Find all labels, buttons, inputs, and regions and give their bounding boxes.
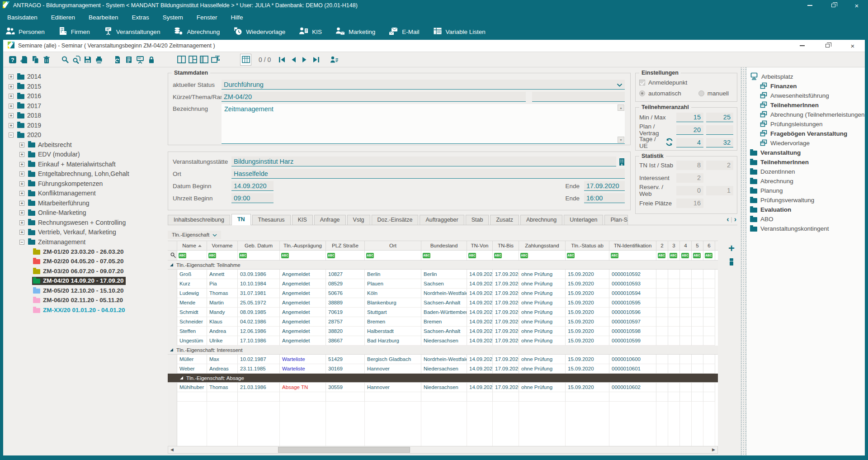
table-row[interactable]: KurzPia10.10.1984Angemeldet08529PlauenSa…: [168, 279, 718, 289]
teilnehmeranzahl-value-2[interactable]: 32: [706, 138, 733, 147]
seminar-board-icon[interactable]: [134, 54, 146, 66]
workspace-item-anwesenheitsf-hrung[interactable]: Anwesenheitsführung: [750, 91, 865, 100]
anmeldepunkt-checkbox[interactable]: [639, 80, 645, 85]
column-header-tn-bis[interactable]: TN-Bis: [493, 241, 519, 250]
toolbar-button-marketing[interactable]: Marketing: [335, 27, 375, 37]
filter-type-icon[interactable]: ABC: [693, 253, 701, 258]
layout-split-left-icon[interactable]: [176, 54, 187, 66]
table-row[interactable]: SchneiderKlaus04.02.1986Angemeldet28757B…: [168, 317, 718, 327]
expand-icon[interactable]: +: [9, 113, 14, 118]
horizontal-scrollbar[interactable]: ◀ ▶: [168, 446, 718, 454]
datum-ende-input[interactable]: 17.09.2020: [584, 181, 625, 191]
filter-type-icon[interactable]: ABC: [281, 253, 289, 258]
tab-thesaurus[interactable]: Thesaurus: [252, 215, 291, 225]
tree-item[interactable]: −Zeitmanagement: [6, 237, 164, 247]
toolbar-button-personen[interactable]: Personen: [5, 27, 45, 37]
tab-inhaltsbeschreibung[interactable]: Inhaltsbeschreibung: [168, 215, 230, 225]
menu-item-system[interactable]: System: [163, 14, 183, 21]
toolbar-button-variable-listen[interactable]: Variable Listen: [433, 27, 486, 37]
tab-scroll-right-icon[interactable]: ›: [734, 215, 736, 223]
filter-type-icon[interactable]: ABC: [179, 253, 186, 258]
workspace-item-finanzen[interactable]: Finanzen: [750, 81, 865, 91]
column-header-geb-datum[interactable]: Geb. Datum: [238, 241, 280, 250]
workspace-item-planung[interactable]: Planung: [750, 186, 865, 195]
collapse-triangle-icon[interactable]: [170, 263, 173, 266]
close-icon[interactable]: ×: [848, 42, 858, 49]
table-row[interactable]: SchmidtMandy08.09.1985Angemeldet70619Stu…: [168, 308, 718, 317]
new-record-icon[interactable]: [18, 54, 29, 66]
expand-icon[interactable]: +: [19, 181, 24, 186]
scroll-left-icon[interactable]: ◀: [168, 446, 176, 453]
workspace-item-abo[interactable]: ABO: [750, 214, 865, 224]
filter-type-icon[interactable]: ABC: [208, 253, 216, 258]
tree-item[interactable]: +Mitarbeiterführung: [6, 199, 164, 209]
search-records-icon[interactable]: [71, 54, 82, 66]
filter-type-icon[interactable]: ABC: [366, 253, 374, 258]
filter-type-icon[interactable]: ABC: [239, 253, 247, 258]
workspace-item-veranstaltungskontingent[interactable]: Veranstaltungskontingent: [750, 224, 865, 233]
table-row[interactable]: MühlhuberThomas21.03.1986Absage TN30559H…: [168, 383, 718, 392]
filter-cell[interactable]: ABC: [280, 251, 326, 260]
toolbar-button-veranstaltungen[interactable]: Veranstaltungen: [104, 27, 160, 37]
column-header-4[interactable]: 4: [680, 241, 692, 250]
menu-item-editieren[interactable]: Editieren: [51, 14, 75, 21]
filter-cell[interactable]: ABC: [421, 251, 467, 260]
filter-cell[interactable]: ABC: [609, 251, 656, 260]
tree-item[interactable]: ZM-01/20 23.03.20 - 26.03.20: [6, 247, 164, 257]
close-icon[interactable]: ×: [852, 2, 862, 9]
nav-prev-icon[interactable]: [288, 54, 299, 66]
list-view-icon[interactable]: [123, 54, 134, 66]
collapse-icon[interactable]: −: [9, 133, 14, 138]
expand-icon[interactable]: +: [19, 191, 24, 196]
workspace-item-abrechnung-teilnehmerleistungen-[interactable]: Abrechnung (Teilnehmerleistungen): [750, 110, 865, 119]
tree-item[interactable]: +Rechnungswesen + Controlling: [6, 218, 164, 228]
refresh-record-icon[interactable]: [112, 54, 123, 66]
tab-auftraggeber[interactable]: Auftraggeber: [420, 215, 464, 225]
workspace-item-dozentinnen[interactable]: DozentInnen: [750, 167, 865, 176]
filter-type-icon[interactable]: ABC: [567, 253, 575, 258]
tab-unterlagen[interactable]: Unterlagen: [564, 215, 603, 225]
column-header-plz-stra-e[interactable]: PLZ Straße: [326, 241, 365, 250]
workspace-item-pr-fungsverwaltung[interactable]: Prüfungsverwaltung: [750, 195, 865, 205]
expand-icon[interactable]: +: [19, 152, 24, 157]
toolbar-button-firmen[interactable]: Firmen: [58, 27, 90, 37]
tree-item[interactable]: +2016: [6, 91, 164, 101]
filter-type-icon[interactable]: ABC: [611, 253, 618, 258]
filter-cell[interactable]: ABC: [656, 251, 668, 260]
filter-type-icon[interactable]: ABC: [468, 253, 476, 258]
workspace-item-teilnehmerinnen[interactable]: TeilnehmerInnen: [750, 157, 865, 167]
column-header-tln-auspr-gung[interactable]: Tln.-Ausprägung: [280, 241, 326, 250]
tab-tn[interactable]: TN: [231, 214, 251, 225]
layout-form-grid-icon[interactable]: [187, 54, 198, 66]
tree-item[interactable]: +Konfliktmanagement: [6, 189, 164, 199]
column-header-zahlungsstand[interactable]: Zahlungsstand: [519, 241, 566, 250]
filter-type-icon[interactable]: ABC: [327, 253, 335, 258]
nav-next-icon[interactable]: [299, 54, 310, 66]
scroll-up-icon[interactable]: ▲: [618, 104, 624, 111]
column-header-name[interactable]: Name: [177, 241, 207, 250]
workspace-item-wiedervorlage[interactable]: Wiedervorlage: [750, 138, 865, 148]
workspace-item-frageb-gen-veranstaltung[interactable]: Fragebögen Veranstaltung: [750, 129, 865, 138]
filter-cell[interactable]: ABC: [680, 251, 692, 260]
automatisch-radio[interactable]: [639, 90, 645, 96]
collapse-triangle-icon[interactable]: [170, 348, 173, 351]
teilnehmeranzahl-value-1[interactable]: 4: [676, 138, 703, 147]
workspace-item-arbeitsplatz[interactable]: Arbeitsplatz: [750, 72, 865, 81]
tab-doz-eins-tze[interactable]: Doz.-Einsätze: [372, 215, 419, 225]
clear-filter-icon[interactable]: [728, 258, 735, 268]
kuerzel-input[interactable]: ZM-04/20: [222, 92, 526, 102]
expand-icon[interactable]: +: [19, 230, 24, 235]
tree-item[interactable]: ZM-04/20 14.09.20 - 17.09.20: [6, 276, 164, 286]
help-icon[interactable]: ?: [7, 54, 18, 66]
tree-item[interactable]: −2020: [6, 130, 164, 140]
status-select[interactable]: Durchführung: [222, 80, 625, 90]
menu-item-fenster[interactable]: Fenster: [197, 14, 217, 21]
datum-beginn-input[interactable]: 14.09.2020: [231, 181, 274, 191]
expand-icon[interactable]: +: [19, 162, 24, 167]
filter-cell[interactable]: ABC: [238, 251, 280, 260]
table-row[interactable]: MüllerMax10.02.1987Warteliste51429Bergis…: [168, 355, 718, 364]
filter-cell[interactable]: ABC: [467, 251, 493, 260]
expand-icon[interactable]: +: [9, 94, 14, 99]
filter-type-icon[interactable]: ABC: [681, 253, 689, 258]
expand-icon[interactable]: +: [9, 84, 14, 89]
